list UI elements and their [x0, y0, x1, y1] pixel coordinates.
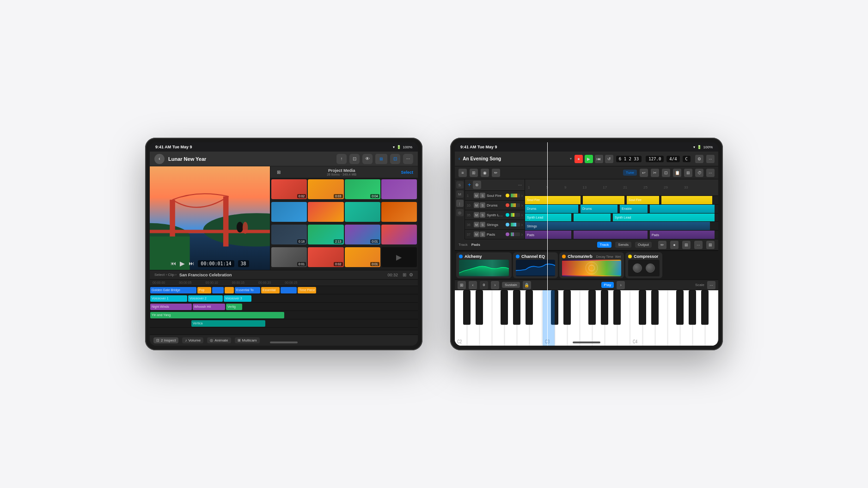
track-5-m-btn[interactable]: M — [474, 232, 479, 237]
fcp-media-btn[interactable]: ⊞ — [375, 154, 387, 164]
plugin-chromaverb[interactable]: ChromaVerb Decay Time Wet — [559, 252, 624, 278]
media-thumb-3[interactable]: 0:04 — [345, 179, 380, 199]
plugin-alchemy[interactable]: Alchemy — [456, 252, 512, 278]
inspect-button[interactable]: ⊡ 2 Inspect — [153, 337, 178, 343]
logic-clip-pads-1[interactable]: Pads — [525, 231, 571, 239]
clip-vo2[interactable]: Voiceover 2 — [188, 295, 223, 302]
track-more-btn[interactable]: ··· — [518, 183, 522, 188]
track-table-icon[interactable]: ⊞ — [706, 241, 715, 249]
logic-clip-strings-1[interactable]: Strings — [525, 222, 710, 231]
logic-play-btn[interactable]: ▶ — [585, 155, 593, 163]
media-thumb-14[interactable]: 0:02 — [308, 247, 343, 267]
logic-clip-drums-1[interactable]: Drums — [525, 205, 578, 214]
logic-more-icon-2[interactable]: ··· — [706, 169, 715, 177]
track-4-expand[interactable]: › — [521, 222, 523, 227]
grid-view-icon[interactable]: ⊞ — [275, 167, 282, 177]
media-thumb-5[interactable] — [271, 202, 307, 222]
media-thumb-13[interactable]: 0:01 — [271, 247, 307, 267]
track-search-btn[interactable]: ⊕ — [473, 181, 481, 189]
clip-essential2[interactable]: Essential — [261, 287, 280, 293]
clip-yin-yang[interactable]: Yin and Yang — [150, 312, 284, 318]
media-thumb-6[interactable] — [308, 202, 343, 222]
track-1-expand[interactable]: › — [521, 193, 523, 198]
clip-vertig[interactable]: Vertig — [226, 304, 242, 310]
fcp-eye-icon[interactable]: 👁 — [362, 154, 373, 164]
piano-forward-btn[interactable]: › — [491, 281, 499, 289]
tab-output[interactable]: Output — [635, 242, 652, 248]
logic-clip-drums-2[interactable]: Drums — [581, 205, 617, 214]
logic-drum-icon[interactable]: ◉ — [481, 169, 489, 177]
piano-note-0[interactable]: 0 — [480, 281, 488, 289]
piano-play-fwd[interactable]: › — [617, 281, 625, 289]
track-5-s-btn[interactable]: S — [480, 232, 485, 237]
transport-forward[interactable]: ⏭ — [189, 260, 194, 267]
fcp-more-icon[interactable]: ··· — [403, 154, 413, 164]
piano-back-btn[interactable]: ‹ — [469, 281, 477, 289]
piano-icon[interactable]: ⊞ — [458, 281, 466, 289]
clip-vertica[interactable]: Vertica — [191, 320, 265, 327]
piano-keyboard[interactable]: C2 C3 C4 — [455, 290, 718, 346]
clip-essential[interactable]: Essential To — [235, 287, 260, 293]
clip-whoosh[interactable]: Whoosh Hit — [193, 304, 225, 310]
logic-rewind-btn[interactable]: ⏮ — [595, 155, 603, 163]
sustain-btn[interactable]: Sustain — [502, 282, 520, 288]
media-thumb-9[interactable]: 0:18 — [271, 225, 307, 244]
logic-clip-pads-3[interactable]: Pads — [650, 231, 715, 239]
logic-sidebar-gain[interactable]: ◎ — [456, 209, 464, 216]
piano-lock-btn[interactable]: 🔒 — [523, 281, 531, 289]
logic-sidebar-m[interactable]: M — [456, 190, 464, 198]
logic-clip-synth-1[interactable]: Synth Lead — [525, 214, 571, 222]
track-grid-icon[interactable]: ⊞ — [682, 241, 691, 249]
track-1-s-btn[interactable]: S — [480, 193, 485, 198]
scale-more[interactable]: ··· — [707, 281, 715, 289]
clip-night-winds[interactable]: Night Winds — [150, 304, 192, 310]
fcp-back-button[interactable]: ‹ — [154, 154, 165, 164]
media-thumb-2[interactable]: 0:03 — [308, 179, 343, 199]
logic-loop-btn[interactable]: ↺ — [605, 155, 613, 163]
clip-time-piece[interactable]: Time Piece — [298, 287, 316, 293]
logic-clip-synth-3[interactable]: Synth Lead — [613, 214, 715, 222]
logic-clip-soulfire-2[interactable] — [583, 196, 624, 205]
logic-clip-soulfire-1[interactable]: Soul Fire — [525, 196, 581, 205]
track-more-icon[interactable]: ··· — [694, 241, 703, 249]
track-2-m-btn[interactable]: M — [474, 202, 479, 208]
logic-grid-icon[interactable]: ⊞ — [684, 169, 692, 177]
plugin-channel-eq[interactable]: Channel EQ — [513, 252, 558, 278]
logic-back-btn[interactable]: ‹ — [458, 156, 460, 161]
media-thumb-7[interactable] — [345, 202, 380, 222]
logic-pencil-icon[interactable]: ✏ — [492, 169, 500, 177]
track-4-m-btn[interactable]: M — [474, 222, 479, 227]
clip-vo1[interactable]: Voiceover 1 — [150, 295, 187, 302]
timeline-settings-icon[interactable]: ⚙ — [409, 272, 413, 277]
clip-blue-2[interactable] — [212, 287, 224, 293]
logic-clip-drums-3[interactable]: Enable — [620, 205, 648, 214]
logic-redo-icon[interactable]: ✂ — [651, 169, 659, 177]
timeline-link-icon[interactable]: ⊞ — [403, 272, 406, 277]
logic-list-icon[interactable]: ≡ — [458, 169, 467, 177]
tab-track[interactable]: Track — [597, 242, 612, 248]
media-thumb-12[interactable] — [381, 225, 417, 244]
logic-undo-icon[interactable]: ↩ — [640, 169, 648, 177]
fcp-share-icon[interactable]: ↑ — [336, 154, 347, 164]
media-thumb-8[interactable] — [381, 202, 417, 222]
logic-clip-drums-4[interactable] — [650, 205, 715, 214]
track-5-expand[interactable]: › — [521, 232, 523, 237]
comp-knob-1[interactable] — [633, 263, 642, 273]
select-button[interactable]: Select — [401, 170, 413, 175]
media-thumb-16[interactable]: ▶ — [381, 247, 417, 267]
plugin-compressor[interactable]: Compressor — [625, 252, 662, 278]
logic-more-icon[interactable]: ··· — [706, 155, 715, 163]
track-3-s-btn[interactable]: S — [480, 212, 485, 218]
fcp-view-icon[interactable]: ⊡ — [349, 154, 360, 164]
logic-paste-icon[interactable]: 📋 — [673, 169, 681, 177]
animate-button[interactable]: ◎ Animate — [207, 337, 231, 343]
logic-clip-soulfire-3[interactable]: Soul Fire — [627, 196, 659, 205]
track-4-s-btn[interactable]: S — [480, 222, 485, 227]
logic-copy-icon[interactable]: ⊡ — [662, 169, 670, 177]
logic-clip-soulfire-4[interactable] — [661, 196, 712, 205]
transport-rewind[interactable]: ⏮ — [171, 260, 176, 267]
clip-pop[interactable]: Pop — [197, 287, 211, 293]
logic-clip-pads-2[interactable] — [574, 231, 648, 239]
add-track-btn[interactable]: + — [468, 182, 471, 188]
media-thumb-1[interactable]: 0:02 — [271, 179, 307, 199]
